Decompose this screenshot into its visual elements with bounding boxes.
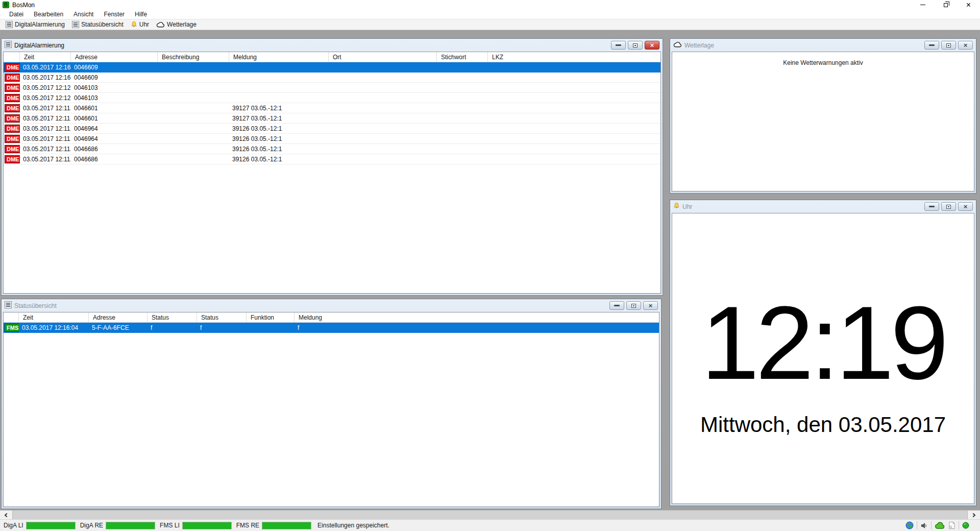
scroll-right-button[interactable]	[967, 511, 980, 519]
alarm-row[interactable]: DME 03.05.2017 12:11... 0046686 39126 03…	[4, 154, 660, 164]
toolbar-button-digitalalarmierung[interactable]: DigitalAlarmierung	[3, 20, 68, 29]
status-table-body: FMS 03.05.2017 12:16:04 5-F-AA-6FCE f f …	[4, 323, 659, 333]
alarm-badge-cell: DME	[4, 145, 20, 153]
signal-meter: FMS RE	[236, 522, 311, 529]
weather-close-button[interactable]: ×	[958, 41, 973, 50]
alarm-type-badge: DME	[5, 125, 20, 133]
column-header-badge[interactable]	[4, 52, 20, 62]
column-header-funktion[interactable]: Funktion	[247, 312, 295, 322]
column-header-zeit[interactable]: Zeit	[19, 312, 89, 322]
alarm-row[interactable]: DME 03.05.2017 12:11... 0046601 39127 03…	[4, 103, 660, 113]
column-header-beschreibung[interactable]: Beschreibung	[158, 52, 229, 62]
alarm-type-badge: DME	[5, 145, 20, 153]
clock-restore-button[interactable]	[941, 202, 956, 211]
bell-icon	[131, 21, 137, 28]
statusbar-tray	[905, 521, 976, 529]
restore-icon	[631, 304, 636, 308]
column-header-zeit[interactable]: Zeit	[20, 52, 71, 62]
alarm-row[interactable]: DME 03.05.2017 12:11... 0046964 39126 03…	[4, 124, 660, 134]
speaker-icon[interactable]	[920, 522, 928, 529]
minimize-icon	[614, 305, 620, 306]
cell-status-2: f	[197, 324, 247, 331]
scroll-left-button[interactable]	[0, 511, 13, 519]
weather-title: Wetterlage	[684, 42, 714, 49]
menu-item-ansicht[interactable]: Ansicht	[68, 10, 99, 19]
status-overview-title: Statusübersicht	[14, 302, 57, 309]
toolbar-label: Statusübersicht	[81, 21, 124, 28]
column-header-meldung[interactable]: Meldung	[229, 52, 329, 62]
alarm-row[interactable]: DME 03.05.2017 12:12... 0046103	[4, 83, 660, 93]
alarm-type-badge: DME	[5, 63, 20, 71]
weather-cloud-icon	[935, 522, 945, 529]
clock-close-button[interactable]: ×	[958, 202, 973, 211]
restore-icon	[633, 43, 638, 47]
separator	[959, 521, 959, 529]
menu-item-bearbeiten[interactable]: Bearbeiten	[29, 10, 68, 19]
cell-adresse: 0046103	[71, 84, 158, 91]
signal-level-bar	[182, 522, 232, 529]
signal-meter: DigA RE	[80, 522, 155, 529]
alarm-row[interactable]: DME 03.05.2017 12:16... 0046609	[4, 62, 660, 73]
digital-alarm-restore-button[interactable]	[628, 41, 643, 50]
alarm-type-badge: DME	[5, 155, 20, 163]
column-header-ort[interactable]: Ort	[329, 52, 437, 62]
status-overview-titlebar[interactable]: Statusübersicht ×	[2, 299, 661, 312]
cell-adresse: 0046609	[71, 74, 158, 81]
alarm-type-badge: DME	[5, 94, 20, 102]
weather-content: Keine Wetterwarnungen aktiv	[672, 52, 974, 191]
close-icon: ×	[650, 42, 654, 48]
column-header-lkz[interactable]: LKZ	[488, 52, 660, 62]
minimize-icon	[929, 44, 935, 46]
clock-titlebar[interactable]: Uhr ×	[670, 200, 976, 213]
weather-minimize-button[interactable]	[924, 41, 939, 50]
digital-alarm-title: DigitalAlarmierung	[14, 42, 64, 49]
toolbar-button-statusuebersicht[interactable]: Statusübersicht	[69, 20, 127, 29]
menu-item-hilfe[interactable]: Hilfe	[130, 10, 152, 19]
alarm-row[interactable]: DME 03.05.2017 12:11... 0046686 39126 03…	[4, 144, 660, 154]
digital-alarm-close-button[interactable]: ×	[645, 41, 659, 50]
signal-meter: DigA LI	[4, 522, 76, 529]
window-restore-button[interactable]	[934, 0, 957, 10]
alarm-row[interactable]: DME 03.05.2017 12:11... 0046601 39127 03…	[4, 113, 660, 124]
window-title: BosMon	[12, 2, 35, 9]
cell-status-1: f	[148, 324, 197, 331]
column-header-meldung[interactable]: Meldung	[295, 312, 659, 322]
weather-titlebar[interactable]: Wetterlage ×	[670, 39, 976, 52]
status-overview-minimize-button[interactable]	[609, 301, 624, 310]
clock-time: 12:19	[672, 290, 974, 395]
window-close-button[interactable]: ×	[957, 0, 980, 10]
digital-alarm-minimize-button[interactable]	[611, 41, 626, 50]
column-header-status-1[interactable]: Status	[148, 312, 197, 322]
clock-minimize-button[interactable]	[924, 202, 939, 211]
status-overview-restore-button[interactable]	[626, 301, 641, 310]
cell-zeit: 03.05.2017 12:11...	[20, 115, 71, 122]
weather-restore-button[interactable]	[941, 41, 956, 50]
separator	[931, 521, 932, 529]
window-minimize-button[interactable]	[911, 0, 934, 10]
column-header-badge[interactable]	[4, 312, 19, 322]
chevron-right-icon	[971, 513, 975, 517]
alarm-row[interactable]: DME 03.05.2017 12:16... 0046609	[4, 73, 660, 83]
mdi-horizontal-scrollbar[interactable]	[0, 510, 980, 519]
status-row[interactable]: FMS 03.05.2017 12:16:04 5-F-AA-6FCE f f …	[4, 323, 659, 333]
column-header-adresse[interactable]: Adresse	[71, 52, 158, 62]
alarm-row[interactable]: DME 03.05.2017 12:12... 0046103	[4, 93, 660, 103]
menu-item-fenster[interactable]: Fenster	[99, 10, 130, 19]
alarm-badge-cell: DME	[4, 135, 20, 143]
statusbar: DigA LI DigA RE FMS LI FMS RE Einstellun…	[0, 519, 980, 531]
menu-item-datei[interactable]: Datei	[4, 10, 29, 19]
signal-level-fill	[106, 522, 155, 529]
toolbar-button-uhr[interactable]: Uhr	[128, 20, 152, 29]
column-header-stichwort[interactable]: Stichwort	[437, 52, 488, 62]
close-icon: ×	[966, 2, 971, 9]
column-header-status-2[interactable]: Status	[197, 312, 247, 322]
column-header-adresse[interactable]: Adresse	[89, 312, 148, 322]
cloud-icon	[156, 21, 165, 28]
alarm-badge-cell: DME	[4, 155, 20, 163]
digital-alarm-titlebar[interactable]: DigitalAlarmierung ×	[2, 39, 663, 52]
alarm-row[interactable]: DME 03.05.2017 12:11... 0046964 39126 03…	[4, 134, 660, 144]
digital-alarm-window: DigitalAlarmierung × Zeit Adresse Beschr…	[1, 38, 663, 296]
cell-zeit: 03.05.2017 12:11...	[20, 105, 71, 112]
toolbar-button-wetterlage[interactable]: Wetterlage	[153, 20, 200, 29]
status-overview-close-button[interactable]: ×	[643, 301, 658, 310]
